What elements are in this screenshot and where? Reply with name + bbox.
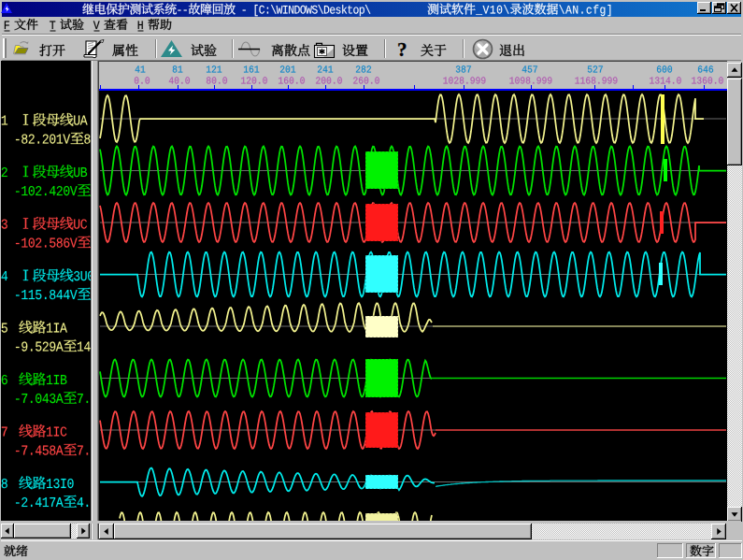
svg-text:?: ? bbox=[397, 38, 407, 61]
